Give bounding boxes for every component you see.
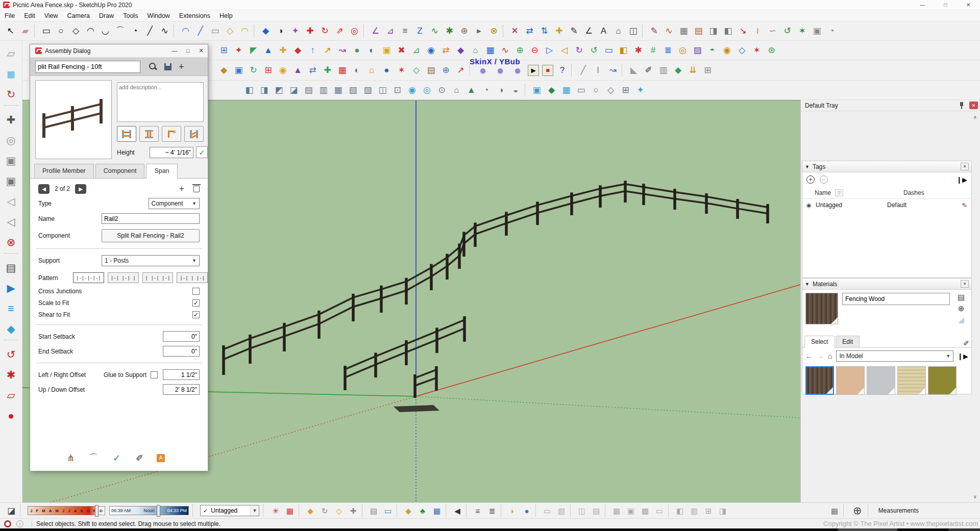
tool-icon[interactable]: ≡ xyxy=(399,24,411,38)
tool-icon[interactable]: ⊞ xyxy=(620,84,631,97)
circle-tool-icon[interactable]: ○ xyxy=(55,24,67,38)
add-tag-button[interactable]: + xyxy=(806,175,815,184)
tool-icon[interactable]: ⊿ xyxy=(410,44,422,57)
eyedropper-icon[interactable]: ✐ xyxy=(134,451,145,465)
tab-span[interactable]: Span xyxy=(146,164,177,179)
assembly-dialog-titlebar[interactable]: Assembly Dialog —□✕ xyxy=(30,44,208,58)
sliders-icon[interactable]: ≡ xyxy=(472,504,483,517)
tool-icon[interactable]: ⇄ xyxy=(440,44,452,57)
lr-offset-field[interactable] xyxy=(163,369,200,380)
tool-icon[interactable]: ∿ xyxy=(429,24,440,38)
material-swatch-gray[interactable] xyxy=(867,366,895,395)
tool-icon[interactable]: ✶ xyxy=(751,44,763,57)
cross-junctions-checkbox[interactable] xyxy=(192,288,200,295)
tool-icon[interactable]: ▲ xyxy=(262,44,274,57)
menu-item[interactable]: File xyxy=(0,11,19,20)
tool-icon[interactable]: ◧ xyxy=(722,24,734,38)
ruby-console-icon[interactable]: ↺ xyxy=(3,344,20,364)
ud-offset-field[interactable] xyxy=(163,384,200,395)
rail-style-i-button[interactable] xyxy=(139,126,159,142)
tool-icon[interactable]: ◆ xyxy=(672,64,684,77)
bezier-line-icon[interactable]: ╱ xyxy=(194,24,206,38)
stop-button-icon[interactable]: ■ xyxy=(542,65,553,76)
tool-icon[interactable]: ✦ xyxy=(289,24,301,38)
rail-style-corner-button[interactable] xyxy=(162,126,181,142)
tool-icon[interactable]: ↝ xyxy=(336,44,348,57)
tool-icon[interactable]: ✱ xyxy=(632,44,644,57)
tool-icon[interactable]: ↻ xyxy=(573,44,585,57)
tool-icon[interactable]: ⊗ xyxy=(488,24,500,38)
material-details-icon[interactable]: ❙▶ xyxy=(958,352,968,360)
shear-to-fit-checkbox[interactable]: ✓ xyxy=(192,311,200,318)
tool-icon[interactable]: ▥ xyxy=(689,504,700,517)
tool-icon[interactable]: ◧ xyxy=(243,84,255,97)
tool-icon[interactable]: ↑ xyxy=(307,44,318,57)
tool-icon[interactable]: ⊙ xyxy=(436,84,448,97)
tool-icon[interactable]: ◨ xyxy=(258,84,270,97)
menu-item[interactable]: Tools xyxy=(118,11,142,20)
tray-scroll-up-icon[interactable]: ∧ xyxy=(972,114,978,120)
tool-icon[interactable]: ↗ xyxy=(322,44,333,57)
tool-icon[interactable]: ◣ xyxy=(628,64,640,77)
pin-icon[interactable] xyxy=(959,102,964,109)
pie-tool-icon[interactable]: ◔ xyxy=(129,24,141,38)
tool-icon[interactable]: ↘ xyxy=(737,24,749,38)
tool-icon[interactable]: ✦ xyxy=(233,44,244,57)
tool-icon[interactable]: ✦ xyxy=(634,84,646,97)
tool-icon[interactable]: ⊛ xyxy=(766,44,777,57)
tab-component[interactable]: Component xyxy=(95,164,145,178)
tool-icon[interactable]: ◆ xyxy=(292,44,304,57)
material-swatch-tan[interactable] xyxy=(836,366,865,395)
vegetation-icon[interactable]: ♣ xyxy=(417,504,428,517)
tool-icon[interactable]: ▣ xyxy=(531,84,543,97)
polygon-tool-icon[interactable]: ◇ xyxy=(70,24,82,38)
scale-to-fit-checkbox[interactable]: ✓ xyxy=(192,299,200,307)
tool-icon[interactable]: ▨ xyxy=(362,84,374,97)
tool-icon[interactable]: ∿ xyxy=(499,44,511,57)
pattern-option-3[interactable]: | |-| |-| xyxy=(142,272,174,283)
tool-icon[interactable]: ▲ xyxy=(465,84,477,97)
tool-icon[interactable]: ▸ xyxy=(473,24,485,38)
tool-icon[interactable]: ▦ xyxy=(332,84,344,97)
post-tool-icon[interactable]: I xyxy=(592,64,604,77)
tool-icon[interactable]: ⊕ xyxy=(440,64,452,77)
add-assembly-icon[interactable]: + xyxy=(179,62,184,71)
tool-icon[interactable]: ▭ xyxy=(575,84,587,97)
tool-icon[interactable]: ✶ xyxy=(396,64,407,77)
tool-icon[interactable]: ◧ xyxy=(674,504,685,517)
tool-icon[interactable]: ▤ xyxy=(425,64,437,77)
dialog-close-button[interactable]: ✕ xyxy=(194,46,208,56)
search-icon[interactable] xyxy=(149,62,157,71)
remove-tag-button[interactable]: − xyxy=(820,175,828,184)
tool-icon[interactable]: ▣ xyxy=(625,504,636,517)
dialog-minimize-button[interactable]: — xyxy=(168,46,181,56)
tool-icon[interactable]: ◇ xyxy=(333,504,345,517)
tool-icon[interactable]: ◁ xyxy=(558,44,570,57)
speaker-icon[interactable]: ◀ xyxy=(452,504,463,517)
minimize-button[interactable]: — xyxy=(911,0,934,10)
tool-icon[interactable]: ⊞ xyxy=(218,44,230,57)
sliders-icon[interactable]: ≣ xyxy=(486,504,498,517)
help-person-icon[interactable]: i xyxy=(16,520,23,527)
tool-icon[interactable]: ◉ xyxy=(425,44,437,57)
tags-panel-header[interactable]: ▼ Tags ✕ xyxy=(802,161,971,172)
tool-icon[interactable]: ≣ xyxy=(662,44,674,57)
tool-icon[interactable]: ◨ xyxy=(717,504,728,517)
tool-icon[interactable]: ⌂ xyxy=(470,44,481,57)
menu-item[interactable]: Edit xyxy=(19,11,40,20)
tray-close-button[interactable]: ✕ xyxy=(969,102,978,109)
tool-icon[interactable]: ▣ xyxy=(381,44,393,57)
display-pane-icon[interactable]: ▤ xyxy=(956,293,966,301)
tool-icon[interactable]: ◆ xyxy=(546,84,557,97)
filter-icon[interactable]: ▽ xyxy=(835,189,843,196)
select-tool-icon[interactable]: ↖ xyxy=(5,24,16,38)
tool-icon[interactable]: ▣ xyxy=(233,64,244,77)
tags-column-dashes[interactable]: Dashes xyxy=(903,189,924,196)
tool-icon[interactable]: ✕ xyxy=(509,24,521,38)
apply-check-icon[interactable]: ✓ xyxy=(111,451,122,465)
tool-icon[interactable]: ⊞ xyxy=(703,504,714,517)
tool-icon[interactable]: ▭ xyxy=(603,44,615,57)
tag-details-icon[interactable]: ❙▶ xyxy=(957,176,967,184)
next-span-button[interactable]: ▶ xyxy=(75,184,86,194)
tool-icon[interactable]: ◐ xyxy=(351,64,363,77)
